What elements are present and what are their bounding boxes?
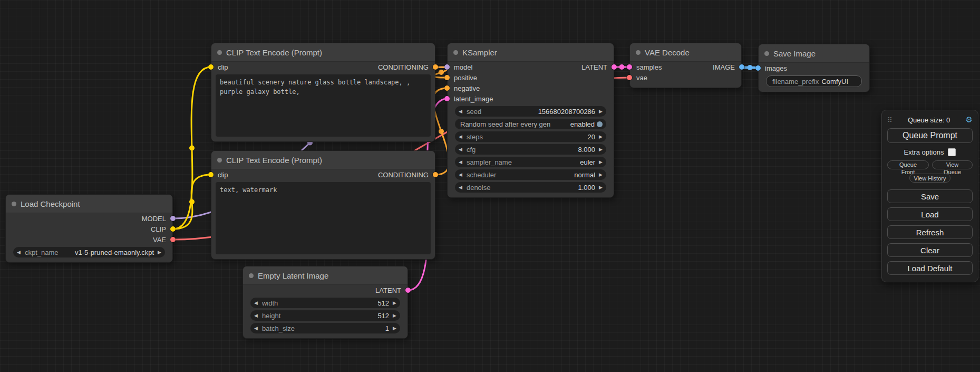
output-port-clip[interactable] — [170, 226, 176, 232]
arrow-right-icon[interactable]: ▶ — [393, 313, 396, 318]
link-wire[interactable] — [173, 175, 211, 229]
node-clip-text-encode-negative[interactable]: CLIP Text Encode (Prompt) clip CONDITION… — [211, 150, 435, 260]
load-default-button[interactable]: Load Default — [887, 261, 973, 275]
arrow-right-icon[interactable]: ▶ — [599, 147, 603, 152]
input-port-model[interactable] — [444, 64, 450, 70]
slot-label: VAE — [153, 236, 166, 244]
output-port-model[interactable] — [170, 216, 176, 221]
widget-denoise[interactable]: ◀ denoise 1.000 ▶ — [455, 182, 606, 193]
link-midpoint-dot[interactable] — [189, 199, 195, 205]
input-port-negative[interactable] — [444, 85, 450, 91]
arrow-left-icon[interactable]: ◀ — [254, 326, 258, 331]
input-port-samples[interactable] — [627, 64, 632, 70]
arrow-left-icon[interactable]: ◀ — [459, 185, 462, 190]
node-ksampler[interactable]: KSampler model LATENT positive negative … — [447, 43, 614, 198]
widget-width[interactable]: ◀ width 512 ▶ — [250, 298, 400, 308]
arrow-right-icon[interactable]: ▶ — [393, 326, 396, 331]
widget-random-seed[interactable]: Random seed after every gen enabled — [455, 119, 606, 129]
output-port-latent[interactable] — [612, 64, 617, 70]
arrow-left-icon[interactable]: ◀ — [459, 160, 462, 165]
node-vae-decode[interactable]: VAE Decode samples IMAGE vae — [629, 43, 742, 88]
output-port-image[interactable] — [739, 64, 744, 70]
input-port-positive[interactable] — [444, 75, 450, 80]
collapse-dot-icon[interactable] — [12, 202, 16, 206]
arrow-left-icon[interactable]: ◀ — [459, 135, 462, 139]
node-title-bar[interactable]: Empty Latent Image — [243, 266, 407, 285]
arrow-left-icon[interactable]: ◀ — [459, 147, 462, 152]
node-load-checkpoint[interactable]: Load Checkpoint MODEL CLIP VAE ◀ ckpt_na… — [5, 194, 173, 263]
node-title: Save Image — [773, 49, 816, 58]
menu-drag-handle-icon[interactable]: ⠿ — [887, 116, 892, 124]
extra-options-checkbox[interactable] — [948, 148, 956, 156]
widget-scheduler[interactable]: ◀ scheduler normal ▶ — [455, 169, 606, 180]
prompt-textarea[interactable]: beautiful scenery nature glass bottle la… — [216, 74, 431, 137]
widget-steps[interactable]: ◀ steps 20 ▶ — [455, 131, 606, 142]
node-canvas[interactable]: Load Checkpoint MODEL CLIP VAE ◀ ckpt_na… — [0, 0, 980, 372]
widget-batch-size[interactable]: ◀ batch_size 1 ▶ — [250, 323, 400, 333]
arrow-left-icon[interactable]: ◀ — [254, 313, 258, 318]
slot-row: clip CONDITIONING — [211, 62, 435, 72]
arrow-right-icon[interactable]: ▶ — [599, 135, 603, 139]
arrow-right-icon[interactable]: ▶ — [158, 250, 161, 255]
save-button[interactable]: Save — [887, 189, 973, 203]
node-title-bar[interactable]: Load Checkpoint — [6, 195, 172, 213]
arrow-left-icon[interactable]: ◀ — [459, 173, 462, 177]
collapse-dot-icon[interactable] — [764, 51, 769, 56]
arrow-right-icon[interactable]: ▶ — [599, 109, 603, 114]
link-midpoint-dot[interactable] — [439, 70, 444, 75]
settings-gear-icon[interactable]: ⚙ — [966, 115, 973, 125]
arrow-left-icon[interactable]: ◀ — [17, 250, 21, 255]
view-history-button[interactable]: View History — [909, 174, 951, 183]
input-port-clip[interactable] — [208, 64, 214, 70]
widget-seed[interactable]: ◀ seed 156680208700286 ▶ — [455, 106, 606, 117]
node-empty-latent-image[interactable]: Empty Latent Image LATENT ◀ width 512 ▶ … — [242, 266, 408, 339]
input-port-clip[interactable] — [208, 172, 214, 177]
queue-prompt-button[interactable]: Queue Prompt — [887, 128, 973, 143]
collapse-dot-icon[interactable] — [217, 158, 222, 163]
arrow-left-icon[interactable]: ◀ — [254, 301, 258, 306]
arrow-left-icon[interactable]: ◀ — [459, 109, 462, 114]
widget-filename-prefix[interactable]: filename_prefix ComfyUI — [766, 75, 862, 87]
collapse-dot-icon[interactable] — [453, 50, 458, 55]
clear-button[interactable]: Clear — [887, 243, 973, 257]
widget-value: 20 — [588, 133, 595, 141]
input-port-vae[interactable] — [627, 75, 632, 80]
collapse-dot-icon[interactable] — [636, 50, 641, 55]
link-midpoint-dot[interactable] — [619, 64, 625, 70]
link-wire[interactable] — [173, 67, 211, 229]
arrow-right-icon[interactable]: ▶ — [599, 173, 603, 177]
node-clip-text-encode-positive[interactable]: CLIP Text Encode (Prompt) clip CONDITION… — [211, 43, 435, 142]
collapse-dot-icon[interactable] — [249, 273, 254, 278]
slot-label: latent_image — [454, 95, 493, 103]
node-title-bar[interactable]: VAE Decode — [630, 43, 741, 62]
slot-label: CONDITIONING — [378, 171, 429, 179]
widget-sampler-name[interactable]: ◀ sampler_name euler ▶ — [455, 157, 606, 167]
link-midpoint-dot[interactable] — [189, 146, 195, 151]
load-button[interactable]: Load — [887, 207, 973, 221]
node-title-bar[interactable]: CLIP Text Encode (Prompt) — [211, 43, 435, 62]
arrow-right-icon[interactable]: ▶ — [599, 160, 603, 165]
input-port-latent-image[interactable] — [444, 96, 450, 101]
refresh-button[interactable]: Refresh — [887, 225, 973, 239]
node-title-bar[interactable]: CLIP Text Encode (Prompt) — [211, 151, 435, 169]
node-title-bar[interactable]: KSampler — [448, 43, 614, 62]
prompt-textarea[interactable]: text, watermark — [216, 182, 431, 254]
arrow-right-icon[interactable]: ▶ — [599, 185, 603, 190]
collapse-dot-icon[interactable] — [217, 50, 222, 55]
view-queue-button[interactable]: View Queue — [932, 160, 973, 169]
widget-height[interactable]: ◀ height 512 ▶ — [250, 310, 400, 321]
queue-front-button[interactable]: Queue Front — [887, 160, 929, 169]
output-port-vae[interactable] — [170, 237, 176, 242]
link-midpoint-dot[interactable] — [439, 129, 444, 134]
arrow-right-icon[interactable]: ▶ — [393, 301, 396, 306]
link-midpoint-dot[interactable] — [748, 65, 753, 70]
random-seed-toggle[interactable] — [597, 121, 603, 127]
output-port-latent[interactable] — [405, 288, 411, 293]
input-port-images[interactable] — [755, 65, 761, 71]
node-save-image[interactable]: Save Image images filename_prefix ComfyU… — [758, 44, 870, 92]
output-port-conditioning[interactable] — [433, 64, 438, 70]
widget-cfg[interactable]: ◀ cfg 8.000 ▶ — [455, 144, 606, 155]
output-port-conditioning[interactable] — [433, 172, 438, 177]
widget-ckpt-name[interactable]: ◀ ckpt_name v1-5-pruned-emaonly.ckpt ▶ — [13, 247, 165, 257]
node-title-bar[interactable]: Save Image — [759, 44, 869, 63]
